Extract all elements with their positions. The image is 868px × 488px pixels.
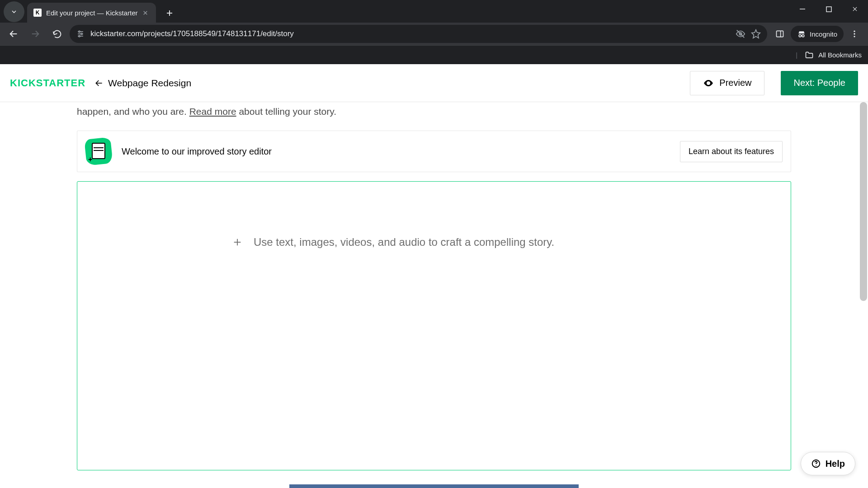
window-maximize-button[interactable] [816, 0, 842, 18]
window-close-button[interactable] [842, 0, 868, 18]
project-name: Webpage Redesign [108, 78, 191, 89]
back-to-project-link[interactable]: Webpage Redesign [94, 78, 191, 89]
svg-point-21 [799, 35, 801, 37]
arrow-right-icon [30, 29, 40, 39]
help-label: Help [826, 459, 845, 469]
svg-point-22 [802, 35, 804, 37]
close-icon [142, 10, 148, 16]
close-icon [852, 6, 858, 12]
help-button[interactable]: Help [801, 452, 855, 475]
tab-close-button[interactable] [142, 9, 150, 17]
all-bookmarks-link[interactable]: All Bookmarks [818, 51, 862, 59]
bottom-accent-bar [289, 484, 579, 488]
url-text: kickstarter.com/projects/1705188549/1748… [90, 29, 730, 38]
eye-icon [703, 78, 714, 89]
page-content: KICKSTARTER Webpage Redesign Preview Nex… [0, 64, 868, 488]
svg-point-28 [708, 82, 709, 84]
window-controls [789, 0, 868, 18]
learn-features-button[interactable]: Learn about its features [680, 141, 783, 162]
story-section: happen, and who you are. Read more about… [0, 105, 868, 470]
page-scrollbar-thumb[interactable] [860, 102, 867, 301]
next-button[interactable]: Next: People [781, 71, 858, 95]
tab-favicon: K [33, 9, 42, 17]
svg-point-26 [854, 36, 855, 37]
svg-point-32 [816, 465, 816, 466]
editor-placeholder: Use text, images, videos, and audio to c… [254, 236, 554, 249]
app-header: KICKSTARTER Webpage Redesign Preview Nex… [0, 64, 868, 102]
intro-prefix: happen, and who you are. [77, 106, 189, 117]
intro-suffix: about telling your story. [236, 106, 336, 117]
nav-forward-button[interactable] [26, 25, 44, 43]
svg-point-15 [79, 35, 80, 37]
svg-point-13 [79, 31, 80, 32]
titlebar: K Edit your project — Kickstarter [0, 0, 868, 23]
svg-marker-18 [752, 30, 760, 38]
plus-icon [232, 237, 242, 247]
editor-placeholder-row: Use text, images, videos, and audio to c… [231, 236, 764, 249]
bookmark-star-button[interactable] [751, 29, 761, 39]
bookmarks-bar: | All Bookmarks [0, 45, 868, 64]
intro-text: happen, and who you are. Read more about… [77, 105, 791, 118]
nav-back-button[interactable] [5, 25, 23, 43]
chevron-down-icon [10, 8, 18, 15]
browser-tab-active[interactable]: K Edit your project — Kickstarter [27, 3, 156, 23]
window-minimize-button[interactable] [789, 0, 816, 18]
new-tab-button[interactable] [161, 5, 178, 21]
browser-menu-button[interactable] [845, 25, 863, 43]
toolbar-right: Incognito [771, 25, 863, 43]
svg-rect-19 [777, 31, 783, 37]
eye-off-icon[interactable] [736, 29, 745, 39]
browser-chrome: K Edit your project — Kickstarter [0, 0, 868, 64]
story-editor-icon: + [85, 138, 112, 164]
panel-icon [775, 29, 784, 38]
next-label: Next: People [793, 78, 845, 88]
arrow-left-icon [94, 79, 104, 88]
incognito-icon [797, 29, 806, 38]
plus-icon [165, 9, 174, 17]
kebab-icon [850, 29, 859, 38]
incognito-indicator[interactable]: Incognito [791, 26, 844, 42]
separator: | [796, 51, 797, 59]
tab-search-button[interactable] [4, 1, 24, 22]
minimize-icon [799, 6, 806, 12]
welcome-text: Welcome to our improved story editor [122, 146, 670, 157]
read-more-link[interactable]: Read more [189, 106, 236, 117]
tab-title: Edit your project — Kickstarter [46, 9, 138, 17]
svg-rect-5 [826, 7, 831, 12]
preview-button[interactable]: Preview [690, 71, 764, 95]
incognito-label: Incognito [810, 30, 837, 38]
svg-point-25 [854, 33, 855, 34]
reload-icon [52, 29, 62, 39]
side-panel-button[interactable] [771, 25, 789, 43]
address-bar[interactable]: kickstarter.com/projects/1705188549/1748… [70, 25, 767, 43]
nav-reload-button[interactable] [48, 25, 66, 43]
kickstarter-logo[interactable]: KICKSTARTER [10, 77, 85, 89]
story-editor[interactable]: Use text, images, videos, and audio to c… [77, 181, 791, 470]
site-settings-icon[interactable] [76, 29, 85, 38]
tab-strip: K Edit your project — Kickstarter [0, 0, 178, 23]
help-icon [811, 459, 821, 469]
arrow-left-icon [9, 29, 19, 39]
browser-toolbar: kickstarter.com/projects/1705188549/1748… [0, 23, 868, 45]
maximize-icon [826, 6, 832, 12]
welcome-banner: + Welcome to our improved story editor L… [77, 131, 791, 172]
folder-icon [805, 51, 814, 60]
preview-label: Preview [719, 78, 751, 88]
svg-point-24 [854, 31, 855, 32]
svg-point-14 [81, 33, 82, 34]
add-block-button[interactable] [231, 236, 244, 249]
